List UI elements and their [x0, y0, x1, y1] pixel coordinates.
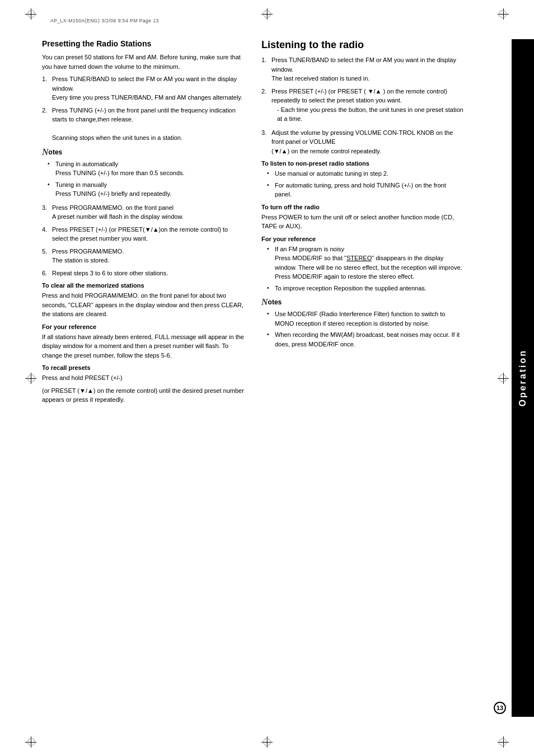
left-step-3: 3. Press PROGRAM/MEMO. on the front pane…: [42, 203, 245, 222]
non-preset-bullet-1-symbol: •: [267, 169, 275, 177]
right-step-1-text: Press TUNER/BAND to select the FM or AM …: [271, 55, 464, 83]
left-notes-bullet-2-text: Tuning in manuallyPress TUNING (+/-) bri…: [55, 180, 245, 199]
page-container: AP_LX-M150A(ENG) 3/2/06 9:54 PM Page 13 …: [0, 0, 534, 756]
non-preset-bullet-1-text: Use manual or automatic tuning in step 2…: [275, 169, 464, 179]
right-notes-bullet-1-text: Use MODE/RIF (Radio Interference Filter)…: [275, 309, 464, 328]
left-step-4-num: 4.: [42, 225, 52, 243]
non-preset-bullet-1: • Use manual or automatic tuning in step…: [267, 169, 464, 179]
left-notes-bullet-1-text: Tuning in automaticallyPress TUNING (+/-…: [55, 159, 245, 178]
left-step-2-num: 2.: [42, 106, 52, 143]
left-notes-bullet-1-symbol: •: [48, 159, 55, 168]
two-column-layout: Presetting the Radio Stations You can pr…: [42, 39, 492, 408]
reg-circle-bottom-left: [27, 738, 35, 746]
right-column: Listening to the radio 1. Press TUNER/BA…: [261, 39, 492, 408]
right-step-1-num: 1.: [261, 55, 271, 83]
right-ref-bullet-1: • If an FM program is noisyPress MODE/RI…: [267, 245, 464, 281]
left-step-1-text: Press TUNER/BAND to select the FM or AM …: [52, 74, 245, 102]
non-preset-bullets: • Use manual or automatic tuning in step…: [267, 169, 464, 199]
left-step-2: 2. Press TUNING (+/-) on the front panel…: [42, 106, 245, 143]
right-notes-title: otes: [268, 298, 282, 306]
recall-text1: Press and hold PRESET (+/-): [42, 373, 245, 383]
right-notes-bullet-2: • When recording the MW(AM) broadcast, b…: [267, 330, 464, 349]
right-step-3: 3. Adjust the volume by pressing VOLUME …: [261, 128, 464, 156]
non-preset-bullet-2: • For automatic tuning, press and hold T…: [267, 181, 464, 199]
reg-circle-top-right: [499, 10, 507, 18]
left-notes-bullet-1: • Tuning in automaticallyPress TUNING (+…: [48, 159, 245, 178]
right-reference-heading: For your reference: [261, 236, 464, 242]
right-step-3-num: 3.: [261, 128, 271, 156]
left-step-1-num: 1.: [42, 74, 52, 102]
left-step-6-num: 6.: [42, 269, 52, 278]
right-step-1: 1. Press TUNER/BAND to select the FM or …: [261, 55, 464, 83]
reg-circle-top-left: [27, 10, 35, 18]
left-reference-heading: For your reference: [42, 323, 245, 330]
left-step-5: 5. Press PROGRAM/MEMO.The station is sto…: [42, 247, 245, 265]
right-notes-box: N otes • Use MODE/RIF (Radio Interferenc…: [261, 297, 464, 349]
recall-text2: (or PRESET (▼/▲) on the remote control) …: [42, 386, 245, 405]
page-number: 13: [494, 702, 506, 714]
left-notes-bullet-2: • Tuning in manuallyPress TUNING (+/-) b…: [48, 180, 245, 199]
reg-circle-center-top: [263, 10, 271, 18]
right-notes-bullet-2-symbol: •: [267, 330, 275, 339]
turn-off-heading: To turn off the radio: [261, 204, 464, 210]
left-step-4: 4. Press PRESET (+/-) (or PRESET(▼/▲)on …: [42, 225, 245, 243]
content-area: Presetting the Radio Stations You can pr…: [42, 39, 492, 717]
operation-sidebar: Operation: [512, 39, 534, 717]
right-notes-bullet-1-symbol: •: [267, 309, 275, 318]
right-reference-bullets: • If an FM program is noisyPress MODE/RI…: [267, 245, 464, 293]
right-notes-header: N otes: [261, 297, 464, 307]
left-column: Presetting the Radio Stations You can pr…: [42, 39, 245, 408]
reg-circle-left-mid: [27, 374, 35, 382]
left-notes-title: otes: [49, 148, 63, 156]
turn-off-text: Press POWER to turn the unit off or sele…: [261, 213, 464, 231]
non-preset-heading: To listen to non-preset radio stations: [261, 160, 464, 167]
non-preset-bullet-2-text: For automatic tuning, press and hold TUN…: [275, 181, 464, 199]
left-step-6-text: Repeat steps 3 to 6 to store other stati…: [52, 269, 245, 278]
right-notes-bullet-1: • Use MODE/RIF (Radio Interference Filte…: [267, 309, 464, 328]
left-step-6: 6. Repeat steps 3 to 6 to store other st…: [42, 269, 245, 278]
left-notes-header: N otes: [42, 147, 245, 157]
clear-heading: To clear all the memorized stations: [42, 282, 245, 289]
right-ref-bullet-2-symbol: •: [267, 284, 275, 292]
left-step-4-text: Press PRESET (+/-) (or PRESET(▼/▲)on the…: [52, 225, 245, 243]
right-ref-bullet-2: • To improve reception Reposition the su…: [267, 284, 464, 293]
reg-circle-center-bottom: [263, 738, 271, 746]
clear-text: Press and hold PROGRAM/MEMO. on the fron…: [42, 291, 245, 319]
right-section-title: Listening to the radio: [261, 39, 464, 51]
left-intro: You can preset 50 stations for FM and AM…: [42, 53, 245, 71]
left-notes-box: N otes • Tuning in automaticallyPress TU…: [42, 147, 245, 199]
right-notes-m: N: [261, 297, 268, 307]
reg-circle-right-mid: [499, 374, 507, 382]
right-ref-bullet-2-text: To improve reception Reposition the supp…: [275, 284, 464, 293]
left-section-title: Presetting the Radio Stations: [42, 39, 245, 48]
right-step-2-text: Press PRESET (+/-) (or PRESET ( ▼/▲ ) on…: [271, 87, 464, 125]
left-notes-bullets: • Tuning in automaticallyPress TUNING (+…: [48, 159, 245, 199]
reg-circle-bottom-right: [499, 738, 507, 746]
right-step-2-sub: - Each time you press the button, the un…: [277, 105, 464, 124]
right-step-2-num: 2.: [261, 87, 271, 125]
operation-label: Operation: [518, 349, 528, 407]
left-step-3-num: 3.: [42, 203, 52, 222]
right-step-3-text: Adjust the volume by pressing VOLUME CON…: [271, 128, 464, 156]
left-step-5-text: Press PROGRAM/MEMO.The station is stored…: [52, 247, 245, 265]
left-step-2-text: Press TUNING (+/-) on the front panel un…: [52, 106, 245, 143]
left-step-3-text: Press PROGRAM/MEMO. on the front panelA …: [52, 203, 245, 222]
left-notes-m: N: [42, 147, 49, 157]
right-ref-bullet-1-symbol: •: [267, 245, 275, 253]
header-file-info: AP_LX-M150A(ENG) 3/2/06 9:54 PM Page 13: [50, 18, 159, 24]
left-step-5-num: 5.: [42, 247, 52, 265]
right-notes-bullets: • Use MODE/RIF (Radio Interference Filte…: [267, 309, 464, 349]
non-preset-bullet-2-symbol: •: [267, 181, 275, 189]
right-notes-bullet-2-text: When recording the MW(AM) broadcast, bea…: [275, 330, 464, 349]
right-ref-bullet-1-text: If an FM program is noisyPress MODE/RIF …: [275, 245, 464, 281]
right-step-2: 2. Press PRESET (+/-) (or PRESET ( ▼/▲ )…: [261, 87, 464, 125]
left-step-1: 1. Press TUNER/BAND to select the FM or …: [42, 74, 245, 102]
left-notes-bullet-2-symbol: •: [48, 180, 55, 189]
recall-heading: To recall presets: [42, 364, 245, 371]
left-reference-text: If all stations have already been entere…: [42, 332, 245, 360]
